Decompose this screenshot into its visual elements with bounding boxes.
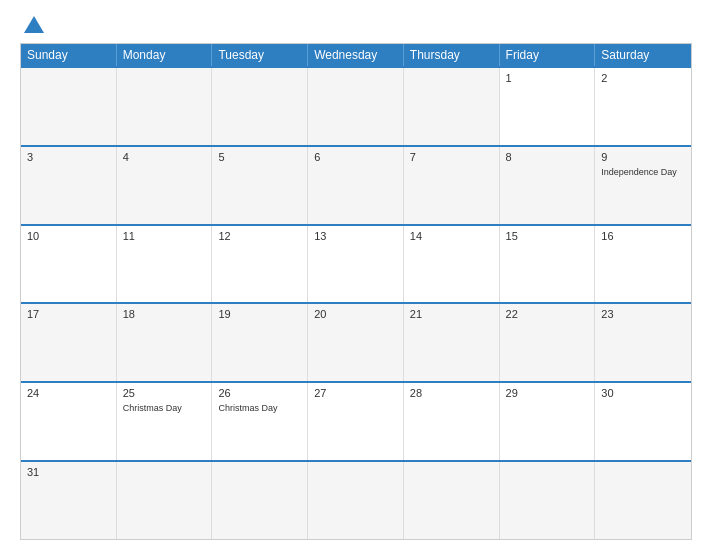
day-cell-6-6 (500, 462, 596, 539)
day-number: 30 (601, 387, 685, 399)
day-cell-2-5: 7 (404, 147, 500, 224)
day-number: 22 (506, 308, 589, 320)
day-number: 18 (123, 308, 206, 320)
day-cell-5-6: 29 (500, 383, 596, 460)
day-cell-1-6: 1 (500, 68, 596, 145)
day-cell-3-3: 12 (212, 226, 308, 303)
day-number: 14 (410, 230, 493, 242)
logo-triangle-icon (24, 16, 44, 33)
day-number: 13 (314, 230, 397, 242)
week-row-6: 31 (21, 460, 691, 539)
day-cell-5-2: 25Christmas Day (117, 383, 213, 460)
day-number: 1 (506, 72, 589, 84)
day-header-friday: Friday (500, 44, 596, 66)
day-number: 16 (601, 230, 685, 242)
holiday-label: Independence Day (601, 167, 685, 178)
day-number: 15 (506, 230, 589, 242)
day-cell-2-7: 9Independence Day (595, 147, 691, 224)
calendar: SundayMondayTuesdayWednesdayThursdayFrid… (20, 43, 692, 540)
day-cell-3-1: 10 (21, 226, 117, 303)
day-cell-5-1: 24 (21, 383, 117, 460)
day-cell-2-3: 5 (212, 147, 308, 224)
day-cell-3-2: 11 (117, 226, 213, 303)
day-header-saturday: Saturday (595, 44, 691, 66)
day-number: 21 (410, 308, 493, 320)
day-cell-2-2: 4 (117, 147, 213, 224)
day-cell-4-2: 18 (117, 304, 213, 381)
holiday-label: Christmas Day (123, 403, 206, 414)
day-header-wednesday: Wednesday (308, 44, 404, 66)
page: SundayMondayTuesdayWednesdayThursdayFrid… (0, 0, 712, 550)
day-cell-4-3: 19 (212, 304, 308, 381)
day-cell-4-4: 20 (308, 304, 404, 381)
week-row-4: 17181920212223 (21, 302, 691, 381)
day-cell-6-1: 31 (21, 462, 117, 539)
day-number: 23 (601, 308, 685, 320)
day-header-thursday: Thursday (404, 44, 500, 66)
day-cell-3-7: 16 (595, 226, 691, 303)
day-cell-6-3 (212, 462, 308, 539)
day-number: 26 (218, 387, 301, 399)
day-number: 10 (27, 230, 110, 242)
day-cell-5-4: 27 (308, 383, 404, 460)
day-number: 24 (27, 387, 110, 399)
day-cell-4-6: 22 (500, 304, 596, 381)
holiday-label: Christmas Day (218, 403, 301, 414)
day-cell-4-1: 17 (21, 304, 117, 381)
day-cell-1-1 (21, 68, 117, 145)
day-cell-2-6: 8 (500, 147, 596, 224)
day-number: 19 (218, 308, 301, 320)
day-header-tuesday: Tuesday (212, 44, 308, 66)
day-cell-1-4 (308, 68, 404, 145)
day-number: 6 (314, 151, 397, 163)
header (20, 16, 692, 35)
day-headers: SundayMondayTuesdayWednesdayThursdayFrid… (21, 44, 691, 66)
day-number: 29 (506, 387, 589, 399)
week-row-3: 10111213141516 (21, 224, 691, 303)
day-number: 8 (506, 151, 589, 163)
day-cell-4-7: 23 (595, 304, 691, 381)
day-number: 3 (27, 151, 110, 163)
day-number: 4 (123, 151, 206, 163)
week-row-2: 3456789Independence Day (21, 145, 691, 224)
day-cell-1-7: 2 (595, 68, 691, 145)
weeks: 123456789Independence Day101112131415161… (21, 66, 691, 539)
day-cell-3-4: 13 (308, 226, 404, 303)
day-cell-6-2 (117, 462, 213, 539)
day-header-sunday: Sunday (21, 44, 117, 66)
day-cell-5-5: 28 (404, 383, 500, 460)
day-number: 28 (410, 387, 493, 399)
day-cell-5-7: 30 (595, 383, 691, 460)
day-number: 17 (27, 308, 110, 320)
day-cell-1-3 (212, 68, 308, 145)
day-number: 20 (314, 308, 397, 320)
logo (20, 16, 44, 35)
day-cell-6-7 (595, 462, 691, 539)
day-cell-5-3: 26Christmas Day (212, 383, 308, 460)
day-number: 12 (218, 230, 301, 242)
week-row-1: 12 (21, 66, 691, 145)
day-number: 2 (601, 72, 685, 84)
day-cell-6-5 (404, 462, 500, 539)
day-number: 27 (314, 387, 397, 399)
day-cell-4-5: 21 (404, 304, 500, 381)
day-cell-1-2 (117, 68, 213, 145)
day-cell-6-4 (308, 462, 404, 539)
day-number: 31 (27, 466, 110, 478)
day-number: 7 (410, 151, 493, 163)
day-number: 25 (123, 387, 206, 399)
day-number: 5 (218, 151, 301, 163)
day-cell-2-1: 3 (21, 147, 117, 224)
day-cell-3-6: 15 (500, 226, 596, 303)
day-number: 9 (601, 151, 685, 163)
day-cell-1-5 (404, 68, 500, 145)
day-cell-3-5: 14 (404, 226, 500, 303)
day-header-monday: Monday (117, 44, 213, 66)
day-number: 11 (123, 230, 206, 242)
day-cell-2-4: 6 (308, 147, 404, 224)
week-row-5: 2425Christmas Day26Christmas Day27282930 (21, 381, 691, 460)
